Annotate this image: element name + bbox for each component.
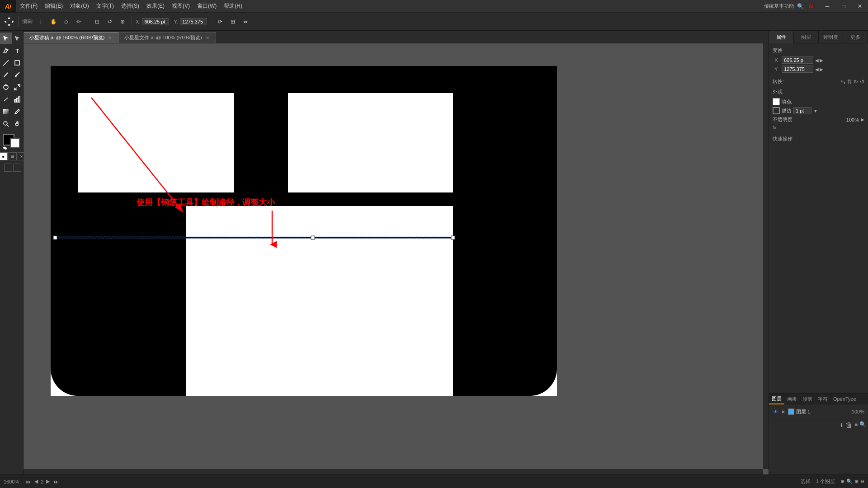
menu-help[interactable]: 帮助(H): [220, 0, 246, 12]
fill-color-swatch[interactable]: [773, 98, 780, 105]
type-tool[interactable]: T: [12, 45, 24, 56]
rect-tool[interactable]: [12, 57, 24, 69]
adobe-logo[interactable]: Ai: [807, 2, 816, 11]
misc-tool-icon[interactable]: ⊕: [117, 16, 128, 27]
rotate-tool-left[interactable]: [0, 81, 12, 93]
menu-object[interactable]: 对象(O): [66, 0, 92, 12]
layer-count-status: 1 个图层: [816, 478, 835, 485]
last-page-btn[interactable]: ⏭: [52, 478, 60, 485]
hand-tool[interactable]: [12, 118, 24, 130]
rotate-cw-icon[interactable]: ↻: [854, 79, 858, 85]
scale-tool[interactable]: [12, 81, 24, 93]
solid-fill-icon[interactable]: ■: [0, 152, 8, 160]
opacity-expand-icon[interactable]: ▶: [861, 117, 864, 122]
graph-tool[interactable]: [12, 94, 24, 105]
flip-v-icon[interactable]: ⇅: [847, 79, 852, 85]
select-tool[interactable]: [0, 33, 12, 44]
paintbrush-tool[interactable]: [0, 69, 12, 81]
stroke-label: 描边: [782, 108, 792, 114]
prev-page-btn[interactable]: ◀: [33, 478, 40, 485]
right-tab-properties[interactable]: 属性: [769, 31, 794, 43]
horizontal-scrollbar[interactable]: [24, 469, 763, 474]
menu-view[interactable]: 视图(V): [168, 0, 193, 12]
minimize-button[interactable]: ─: [819, 0, 835, 13]
arrow-up-icon[interactable]: ◀: [815, 67, 819, 72]
distribute-icon[interactable]: ⇔: [240, 16, 251, 27]
rotate-tool-icon[interactable]: ↺: [104, 16, 115, 27]
layer-row-1[interactable]: 👁 ▶ 图层 1 100%: [771, 406, 866, 417]
rotate-ccw-icon[interactable]: ↺: [860, 79, 864, 85]
tab-1[interactable]: 小星讲稿.ai @ 1600% (RGB/预览) ✕: [24, 32, 118, 43]
zoom-tool[interactable]: [0, 118, 12, 130]
search-bottom-btn[interactable]: 🔍: [846, 479, 853, 484]
eyedropper-tool[interactable]: [12, 106, 24, 117]
layers-tab-opentype[interactable]: OpenType: [830, 394, 859, 404]
tab-2[interactable]: 小星星文件.ai @ 100% (RGB/预览) ✕: [118, 32, 216, 43]
pen-tool-icon[interactable]: ✏: [73, 16, 84, 27]
arrow-right-icon[interactable]: ▶: [820, 58, 823, 63]
tab-2-close[interactable]: ✕: [205, 35, 210, 41]
tab-1-close[interactable]: ✕: [107, 35, 113, 41]
left-rect-shape: [51, 93, 78, 192]
transform-x-input[interactable]: [782, 56, 813, 64]
arrow-down-icon[interactable]: ▶: [820, 67, 823, 72]
layers-tab-character[interactable]: 字符: [815, 394, 830, 404]
y-value[interactable]: 1275.375: [180, 18, 207, 25]
layers-tab-layers[interactable]: 图层: [769, 394, 784, 404]
zoom-value[interactable]: 1600%: [4, 479, 19, 484]
layers-tab-artboards[interactable]: 画板: [784, 394, 800, 404]
layer-search-icon[interactable]: 🔍: [859, 421, 866, 429]
right-tab-more[interactable]: 更多: [843, 31, 868, 43]
stroke-width-input[interactable]: [793, 107, 811, 114]
stroke-more-icon[interactable]: ▼: [813, 108, 818, 113]
size-icon[interactable]: ⊞: [227, 16, 238, 27]
transform-y-input[interactable]: [782, 66, 813, 73]
path-tool-icon[interactable]: ⊡: [92, 16, 103, 27]
menu-text[interactable]: 文字(T): [93, 0, 118, 12]
layer-visibility-icon[interactable]: 👁: [773, 408, 779, 415]
menu-effect[interactable]: 效果(E): [143, 0, 168, 12]
pen-tool[interactable]: [0, 45, 12, 56]
warp-tool[interactable]: [0, 94, 12, 105]
right-tab-layers[interactable]: 图层: [794, 31, 819, 43]
search-icon[interactable]: 🔍: [796, 2, 805, 11]
menu-window[interactable]: 窗口(W): [193, 0, 220, 12]
pencil-tool[interactable]: [12, 69, 24, 81]
first-page-btn[interactable]: ⏮: [24, 478, 32, 485]
close-button[interactable]: ✕: [852, 0, 868, 13]
flip-h-icon[interactable]: ⇆: [841, 79, 845, 85]
hand-tool-icon[interactable]: ✋: [48, 16, 59, 27]
zoom-out-btn[interactable]: ⊖: [860, 479, 864, 484]
arrow-left-icon[interactable]: ◀: [815, 58, 819, 63]
layer-expand-icon[interactable]: ▶: [781, 409, 786, 414]
anchor-tool-icon[interactable]: ◇: [61, 16, 71, 27]
stroke-color-swatch[interactable]: [773, 107, 780, 114]
move-tool-icon[interactable]: [4, 16, 14, 27]
transform-icon[interactable]: ↕: [35, 16, 46, 27]
menu-file[interactable]: 文件(F): [16, 0, 41, 12]
direct-select-tool[interactable]: [12, 33, 24, 44]
layers-tab-paragraph[interactable]: 段落: [800, 394, 815, 404]
artboard-add-btn[interactable]: ⊕: [840, 479, 844, 484]
add-layer-button[interactable]: +: [840, 421, 844, 429]
maximize-button[interactable]: □: [835, 0, 852, 13]
line-tool[interactable]: [0, 57, 12, 69]
zoom-in-btn[interactable]: ⊕: [854, 479, 859, 484]
svg-point-2: [4, 85, 8, 89]
gradient-tool[interactable]: [0, 106, 12, 117]
next-page-btn[interactable]: ▶: [44, 478, 52, 485]
menu-select[interactable]: 选择(S): [118, 0, 143, 12]
right-tab-transparency[interactable]: 透明度: [819, 31, 844, 43]
vertical-scrollbar[interactable]: [763, 43, 769, 469]
swap-colors-icon[interactable]: [3, 145, 7, 150]
transform-again-icon[interactable]: 转换:: [773, 78, 784, 85]
gradient-fill-icon[interactable]: ▦: [9, 152, 17, 160]
stroke-color-box[interactable]: [10, 138, 20, 148]
toolbar-separator-2: [88, 16, 88, 27]
artboard-view-icon[interactable]: [4, 164, 12, 172]
delete-layer-button[interactable]: 🗑: [845, 421, 853, 429]
pattern-view-icon[interactable]: [13, 164, 21, 172]
menu-edit[interactable]: 编辑(E): [41, 0, 66, 12]
layer-options-icon[interactable]: ≡: [854, 421, 858, 429]
x-value[interactable]: 606.25 pt: [142, 18, 169, 25]
